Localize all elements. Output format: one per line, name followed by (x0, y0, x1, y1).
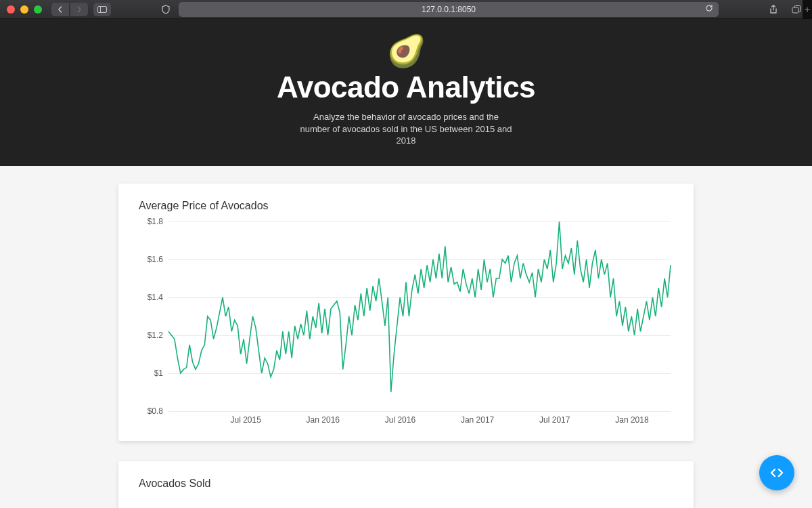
page-title: Avocado Analytics (0, 70, 812, 104)
window-controls (7, 5, 42, 14)
address-bar[interactable]: 127.0.0.1:8050 (179, 2, 719, 17)
avocado-icon: 🥑 (0, 35, 812, 66)
y-axis-tick: $1.4 (136, 293, 163, 302)
sold-chart-card: Avocados Sold (118, 461, 694, 508)
price-chart-card: Average Price of Avocados $0.8$1$1.2$1.4… (118, 184, 694, 441)
x-axis-tick: Jul 2017 (539, 415, 570, 425)
zoom-window-icon[interactable] (34, 5, 42, 14)
devtools-fab[interactable] (759, 455, 794, 490)
y-axis-tick: $0.8 (136, 406, 163, 416)
url-text: 127.0.0.1:8050 (422, 5, 476, 14)
code-icon (769, 465, 784, 480)
y-axis-tick: $1 (136, 368, 163, 378)
minimize-window-icon[interactable] (20, 5, 28, 14)
x-axis-tick: Jul 2016 (385, 415, 415, 425)
page-viewport[interactable]: 🥑 Avocado Analytics Analyze the behavior… (0, 19, 812, 508)
forward-button[interactable] (70, 3, 88, 16)
price-chart-title: Average Price of Avocados (139, 200, 673, 212)
share-button[interactable] (765, 3, 782, 16)
x-axis-tick: Jul 2015 (230, 415, 261, 425)
price-chart[interactable]: $0.8$1$1.2$1.4$1.6$1.8 Jul 2015Jan 2016J… (139, 221, 673, 427)
x-axis-tick: Jan 2016 (307, 415, 340, 425)
y-axis-tick: $1.6 (136, 255, 163, 264)
close-window-icon[interactable] (7, 5, 15, 14)
svg-rect-2 (792, 7, 798, 13)
page-subtitle: Analyze the behavior of avocado prices a… (298, 111, 514, 147)
browser-toolbar: 127.0.0.1:8050 (0, 0, 812, 19)
sidebar-toggle-button[interactable] (93, 3, 111, 16)
sold-chart-title: Avocados Sold (139, 478, 673, 490)
hero-banner: 🥑 Avocado Analytics Analyze the behavior… (0, 19, 812, 166)
reload-icon[interactable] (705, 4, 713, 14)
back-button[interactable] (51, 3, 69, 16)
new-tab-button[interactable]: + (803, 0, 812, 19)
x-axis-tick: Jan 2017 (461, 415, 494, 425)
shield-icon[interactable] (157, 3, 175, 16)
price-line (168, 221, 671, 411)
svg-rect-0 (98, 6, 107, 12)
y-axis-tick: $1.2 (136, 331, 163, 340)
nav-buttons (51, 3, 88, 16)
gridline (168, 411, 671, 412)
x-axis-tick: Jan 2018 (615, 415, 648, 425)
y-axis-tick: $1.8 (136, 217, 163, 226)
